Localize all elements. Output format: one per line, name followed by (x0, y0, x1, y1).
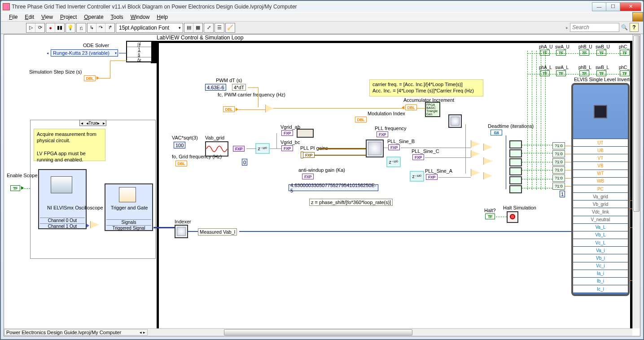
phb-l-term[interactable] (579, 70, 589, 76)
halt-terminal[interactable] (485, 214, 495, 219)
case-selector[interactable]: ◂ True ▸ (79, 120, 106, 126)
mod-index-terminal[interactable] (355, 117, 367, 122)
pll-sine-a-term[interactable] (426, 174, 438, 180)
trig-signals[interactable]: Signals (106, 219, 151, 225)
inv-row-ut[interactable]: UT (573, 139, 628, 146)
step-out-button[interactable]: ↱ (105, 23, 114, 32)
pha-u-term[interactable] (540, 50, 550, 56)
deadtime-node-4[interactable] (509, 167, 522, 175)
inv-row-vbgrid[interactable]: Vb_grid (573, 200, 628, 208)
sel-6[interactable]: ?1:0 (552, 183, 565, 190)
menu-file[interactable]: FFileile (6, 13, 20, 21)
pause-button[interactable]: ▮▮ (55, 23, 64, 32)
inv-row-val[interactable]: Va_L (573, 223, 628, 231)
trig-out[interactable]: Triggered Signal (106, 225, 151, 231)
phc-u-term[interactable] (620, 50, 630, 56)
inv-one-const[interactable]: 1 (560, 191, 565, 197)
inv-row-vt[interactable]: VT (573, 154, 628, 161)
anti-windup-const[interactable]: 4.6300003305077552795410156250E-5 (289, 184, 378, 191)
halt-sim-node[interactable] (507, 211, 518, 223)
sel-4[interactable]: ?1:0 (552, 166, 565, 174)
pll-sine-c-term[interactable] (412, 154, 424, 160)
vac-const[interactable]: 100 (174, 142, 185, 148)
inv-row-vci[interactable]: Vc_i (573, 262, 628, 270)
phb-u-term[interactable] (579, 50, 589, 56)
inv-row-ibi[interactable]: Ib_i (573, 277, 628, 285)
triangle-gen-subvi[interactable]: FPGABASICTriangleGen (425, 102, 440, 117)
inv-row-ici[interactable]: Ic_i (573, 285, 628, 292)
z-init-const[interactable]: 0 (242, 159, 247, 166)
fo-terminal[interactable] (175, 161, 187, 166)
deadtime-node-1[interactable] (509, 140, 522, 148)
swb-l-term[interactable] (596, 70, 606, 76)
font-selector[interactable]: 15pt Application Font (116, 23, 183, 33)
vertical-scrollbar[interactable] (632, 35, 640, 328)
pll-subvi[interactable] (366, 139, 384, 157)
sel-2[interactable]: ?1:0 (552, 150, 565, 157)
run-continuous-button[interactable]: ⟳ (35, 23, 44, 32)
vab-fxp-convert[interactable] (233, 146, 245, 152)
enable-scope-terminal[interactable] (10, 185, 20, 191)
sel-5[interactable]: ?1:0 (552, 174, 565, 182)
close-button[interactable]: ✕ (620, 2, 641, 11)
deadtime-node-3[interactable] (509, 158, 522, 166)
step-size-terminal[interactable] (84, 75, 96, 81)
zshift-3[interactable]: z⁻¹²⁰ (410, 171, 424, 182)
sel-1[interactable]: ?1:0 (552, 142, 565, 149)
sim-config-node[interactable]: ∫∮ 1s Δt (126, 41, 152, 62)
pll-freq-term[interactable] (377, 131, 388, 137)
inv-row-vbi[interactable]: Vb_i (573, 254, 628, 262)
deadtime-node-6[interactable] (509, 185, 522, 193)
distribute-button[interactable]: ▦ (193, 23, 202, 32)
indexer-subvi[interactable] (175, 225, 188, 238)
menu-window[interactable]: Window (128, 13, 153, 21)
highlight-exec-button[interactable]: 💡 (66, 23, 75, 32)
pll-sine-b-term[interactable] (388, 144, 400, 150)
project-path-panel[interactable]: Power Electronics Design Guide.lvproj/My… (4, 329, 148, 336)
vscroll-thumb[interactable] (633, 35, 640, 212)
swa-u-term[interactable] (556, 50, 566, 56)
inv-row-vbl[interactable]: Vb_L (573, 231, 628, 239)
inv-row-vneutral[interactable]: V_neutral (573, 216, 628, 223)
bundle-node[interactable] (297, 129, 314, 138)
pll-gains-term[interactable] (303, 152, 315, 158)
search-icon[interactable]: 🔍 (621, 24, 628, 31)
swb-u-term[interactable] (596, 50, 606, 56)
inv-row-wt[interactable]: WT (573, 170, 628, 177)
project-path-nav[interactable]: ◂ ▸ (140, 330, 145, 335)
block-diagram-canvas[interactable]: LabVIEW Control & Simulation Loop ∫∮ 1s … (4, 34, 640, 336)
elvis-ch0[interactable]: Channel 0 Out (40, 218, 85, 223)
inv-row-vdc[interactable]: Vdc_link (573, 208, 628, 215)
zshift-2[interactable]: z⁻¹²⁰ (386, 157, 401, 167)
menu-project[interactable]: Project (57, 13, 79, 21)
inv-row-pc[interactable]: PC (573, 185, 628, 192)
deadtime-node-2[interactable] (509, 149, 522, 157)
inv-row-vai[interactable]: Va_i (573, 246, 628, 254)
inv-row-vcl[interactable]: Vc_L (573, 239, 628, 246)
fc-terminal[interactable] (223, 106, 235, 112)
menu-edit[interactable]: Edit (22, 13, 37, 21)
resize-button[interactable]: ⤢ (204, 23, 213, 32)
reorder-button[interactable]: ☰ (215, 23, 224, 32)
menu-tools[interactable]: Tools (108, 13, 126, 21)
run-button[interactable]: ▷ (26, 23, 35, 32)
menu-view[interactable]: View (39, 13, 56, 21)
maximize-button[interactable]: ☐ (606, 2, 620, 11)
inv-row-vagrid[interactable]: Va_grid (573, 192, 628, 200)
retain-wires-button[interactable]: ⎌ (77, 23, 86, 32)
inv-row-vb[interactable]: VB (573, 161, 628, 169)
minimize-button[interactable]: — (592, 2, 606, 11)
menu-operate[interactable]: Operate (81, 13, 106, 21)
pwm-dt-expr[interactable]: 4*dT (232, 84, 246, 91)
acc-inc-terminal[interactable] (405, 105, 417, 110)
hscroll-thumb[interactable] (224, 329, 412, 336)
swa-l-term[interactable] (556, 70, 566, 76)
ode-solver-ring[interactable]: Runge-Kutta 23 (variable) (51, 49, 118, 57)
menu-help[interactable]: Help (154, 13, 171, 21)
vgrid-ab-term[interactable] (281, 130, 293, 136)
step-over-button[interactable]: ↷ (96, 23, 105, 32)
vgrid-bc-term[interactable] (281, 145, 293, 151)
inv-row-wb[interactable]: WB (573, 177, 628, 185)
sel-3[interactable]: ?1:0 (552, 158, 565, 166)
inv-row-ub[interactable]: UB (573, 146, 628, 154)
